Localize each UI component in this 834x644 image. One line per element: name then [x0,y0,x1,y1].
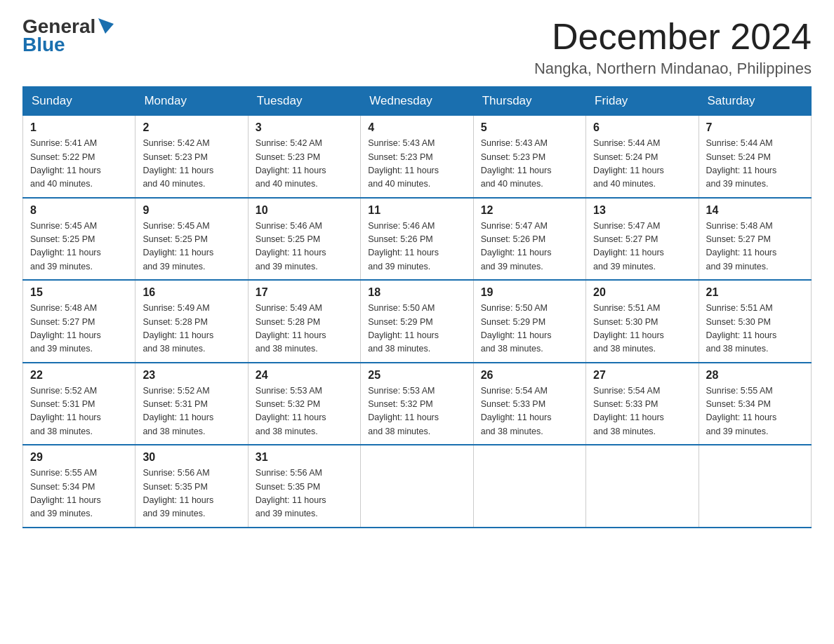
day-info: Sunrise: 5:48 AM Sunset: 5:27 PM Dayligh… [706,220,804,274]
day-info: Sunrise: 5:44 AM Sunset: 5:24 PM Dayligh… [706,137,804,192]
calendar-cell: 8 Sunrise: 5:45 AM Sunset: 5:25 PM Dayli… [23,198,135,281]
calendar-cell [473,445,585,528]
calendar-cell: 5 Sunrise: 5:43 AM Sunset: 5:23 PM Dayli… [473,116,585,198]
day-info: Sunrise: 5:51 AM Sunset: 5:30 PM Dayligh… [706,302,804,356]
col-header-monday: Monday [135,87,248,116]
calendar-cell: 29 Sunrise: 5:55 AM Sunset: 5:34 PM Dayl… [23,445,135,528]
day-number: 28 [706,369,804,382]
day-info: Sunrise: 5:53 AM Sunset: 5:32 PM Dayligh… [256,384,353,439]
day-info: Sunrise: 5:47 AM Sunset: 5:27 PM Dayligh… [593,220,691,274]
day-number: 29 [30,451,128,464]
day-info: Sunrise: 5:49 AM Sunset: 5:28 PM Dayligh… [256,302,353,356]
svg-marker-0 [98,18,114,34]
day-number: 16 [143,286,240,299]
calendar-week-5: 29 Sunrise: 5:55 AM Sunset: 5:34 PM Dayl… [23,445,812,528]
day-number: 2 [143,121,240,134]
calendar-cell: 19 Sunrise: 5:50 AM Sunset: 5:29 PM Dayl… [473,280,585,363]
calendar-cell: 18 Sunrise: 5:50 AM Sunset: 5:29 PM Dayl… [361,280,473,363]
calendar-header-row: SundayMondayTuesdayWednesdayThursdayFrid… [23,87,812,116]
calendar-cell: 30 Sunrise: 5:56 AM Sunset: 5:35 PM Dayl… [135,445,248,528]
header: General Blue December 2024 Nangka, North… [22,17,812,78]
day-number: 23 [143,369,240,382]
col-header-thursday: Thursday [473,87,585,116]
day-number: 4 [368,121,465,134]
day-info: Sunrise: 5:46 AM Sunset: 5:25 PM Dayligh… [256,220,353,274]
day-number: 30 [143,451,240,464]
calendar-cell: 28 Sunrise: 5:55 AM Sunset: 5:34 PM Dayl… [699,363,811,445]
day-info: Sunrise: 5:49 AM Sunset: 5:28 PM Dayligh… [143,302,240,356]
day-number: 14 [706,204,804,217]
calendar-cell [699,445,811,528]
day-number: 5 [481,121,578,134]
calendar-cell: 23 Sunrise: 5:52 AM Sunset: 5:31 PM Dayl… [135,363,248,445]
col-header-sunday: Sunday [23,87,135,116]
calendar-cell: 27 Sunrise: 5:54 AM Sunset: 5:33 PM Dayl… [586,363,699,445]
calendar-week-4: 22 Sunrise: 5:52 AM Sunset: 5:31 PM Dayl… [23,363,812,445]
day-number: 21 [706,286,804,299]
day-number: 26 [481,369,578,382]
calendar-cell: 7 Sunrise: 5:44 AM Sunset: 5:24 PM Dayli… [699,116,811,198]
calendar-cell: 4 Sunrise: 5:43 AM Sunset: 5:23 PM Dayli… [361,116,473,198]
page-title: December 2024 [534,17,812,57]
day-number: 1 [30,121,128,134]
day-number: 15 [30,286,128,299]
calendar-cell: 2 Sunrise: 5:42 AM Sunset: 5:23 PM Dayli… [135,116,248,198]
day-info: Sunrise: 5:48 AM Sunset: 5:27 PM Dayligh… [30,302,128,356]
day-info: Sunrise: 5:52 AM Sunset: 5:31 PM Dayligh… [143,384,240,439]
day-info: Sunrise: 5:50 AM Sunset: 5:29 PM Dayligh… [368,302,465,356]
day-info: Sunrise: 5:54 AM Sunset: 5:33 PM Dayligh… [481,384,578,439]
day-number: 6 [593,121,691,134]
day-info: Sunrise: 5:44 AM Sunset: 5:24 PM Dayligh… [593,137,691,192]
calendar-cell: 10 Sunrise: 5:46 AM Sunset: 5:25 PM Dayl… [248,198,360,281]
day-info: Sunrise: 5:45 AM Sunset: 5:25 PM Dayligh… [30,220,128,274]
day-info: Sunrise: 5:43 AM Sunset: 5:23 PM Dayligh… [368,137,465,192]
calendar-cell: 16 Sunrise: 5:49 AM Sunset: 5:28 PM Dayl… [135,280,248,363]
day-number: 17 [256,286,353,299]
calendar-cell: 15 Sunrise: 5:48 AM Sunset: 5:27 PM Dayl… [23,280,135,363]
day-number: 27 [593,369,691,382]
calendar-cell: 17 Sunrise: 5:49 AM Sunset: 5:28 PM Dayl… [248,280,360,363]
day-info: Sunrise: 5:41 AM Sunset: 5:22 PM Dayligh… [30,137,128,192]
calendar-week-3: 15 Sunrise: 5:48 AM Sunset: 5:27 PM Dayl… [23,280,812,363]
calendar-cell: 21 Sunrise: 5:51 AM Sunset: 5:30 PM Dayl… [699,280,811,363]
day-number: 7 [706,121,804,134]
page-subtitle: Nangka, Northern Mindanao, Philippines [534,60,812,78]
day-info: Sunrise: 5:42 AM Sunset: 5:23 PM Dayligh… [143,137,240,192]
col-header-wednesday: Wednesday [361,87,473,116]
day-number: 10 [256,204,353,217]
day-number: 24 [256,369,353,382]
day-info: Sunrise: 5:43 AM Sunset: 5:23 PM Dayligh… [481,137,578,192]
calendar-week-1: 1 Sunrise: 5:41 AM Sunset: 5:22 PM Dayli… [23,116,812,198]
calendar-cell: 9 Sunrise: 5:45 AM Sunset: 5:25 PM Dayli… [135,198,248,281]
calendar-cell: 26 Sunrise: 5:54 AM Sunset: 5:33 PM Dayl… [473,363,585,445]
day-info: Sunrise: 5:52 AM Sunset: 5:31 PM Dayligh… [30,384,128,439]
calendar-cell: 1 Sunrise: 5:41 AM Sunset: 5:22 PM Dayli… [23,116,135,198]
col-header-friday: Friday [586,87,699,116]
logo-arrow-icon [98,18,114,34]
day-number: 25 [368,369,465,382]
day-info: Sunrise: 5:56 AM Sunset: 5:35 PM Dayligh… [256,467,353,521]
calendar-cell: 20 Sunrise: 5:51 AM Sunset: 5:30 PM Dayl… [586,280,699,363]
day-number: 20 [593,286,691,299]
calendar-cell: 11 Sunrise: 5:46 AM Sunset: 5:26 PM Dayl… [361,198,473,281]
calendar-cell: 31 Sunrise: 5:56 AM Sunset: 5:35 PM Dayl… [248,445,360,528]
col-header-saturday: Saturday [699,87,811,116]
day-number: 13 [593,204,691,217]
calendar-cell [586,445,699,528]
calendar-cell: 6 Sunrise: 5:44 AM Sunset: 5:24 PM Dayli… [586,116,699,198]
day-info: Sunrise: 5:51 AM Sunset: 5:30 PM Dayligh… [593,302,691,356]
calendar-week-2: 8 Sunrise: 5:45 AM Sunset: 5:25 PM Dayli… [23,198,812,281]
day-number: 19 [481,286,578,299]
day-info: Sunrise: 5:53 AM Sunset: 5:32 PM Dayligh… [368,384,465,439]
calendar-cell: 3 Sunrise: 5:42 AM Sunset: 5:23 PM Dayli… [248,116,360,198]
calendar-cell: 25 Sunrise: 5:53 AM Sunset: 5:32 PM Dayl… [361,363,473,445]
calendar-cell: 24 Sunrise: 5:53 AM Sunset: 5:32 PM Dayl… [248,363,360,445]
calendar-table: SundayMondayTuesdayWednesdayThursdayFrid… [22,86,812,528]
day-number: 12 [481,204,578,217]
col-header-tuesday: Tuesday [248,87,360,116]
day-info: Sunrise: 5:54 AM Sunset: 5:33 PM Dayligh… [593,384,691,439]
calendar-cell: 14 Sunrise: 5:48 AM Sunset: 5:27 PM Dayl… [699,198,811,281]
day-info: Sunrise: 5:45 AM Sunset: 5:25 PM Dayligh… [143,220,240,274]
day-info: Sunrise: 5:55 AM Sunset: 5:34 PM Dayligh… [706,384,804,439]
title-block: December 2024 Nangka, Northern Mindanao,… [534,17,812,78]
